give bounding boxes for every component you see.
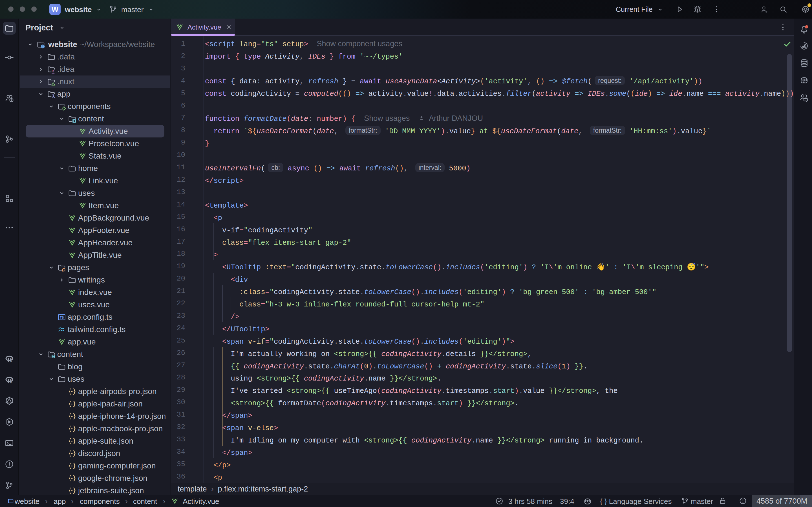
svg-text:R: R [7,356,12,363]
svg-text:TS: TS [60,316,64,319]
svg-text:IJ: IJ [52,69,54,73]
svg-text:R: R [7,378,12,385]
